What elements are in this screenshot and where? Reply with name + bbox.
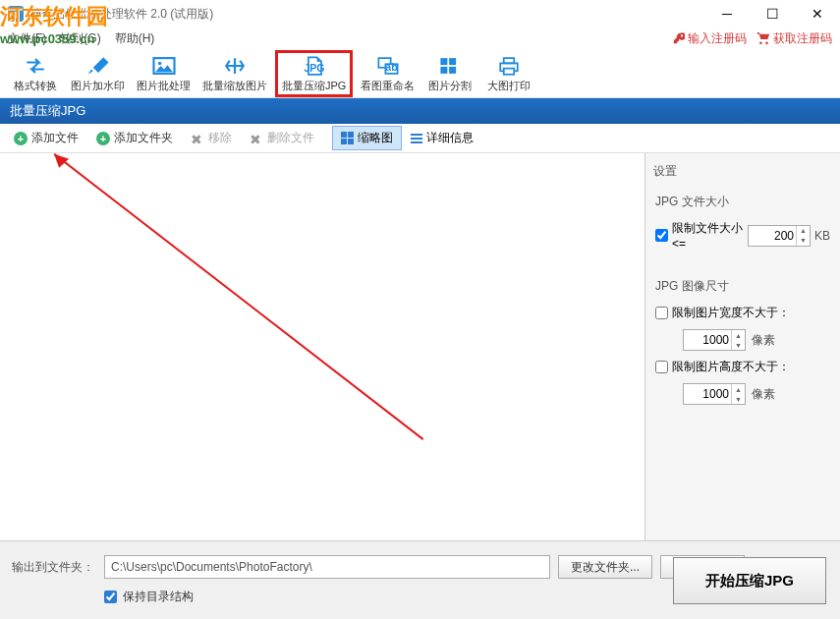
app-icon: ◆ xyxy=(8,6,24,22)
limit-height-label: 限制图片高度不大于： xyxy=(672,359,790,375)
change-folder-button[interactable]: 更改文件夹... xyxy=(558,555,652,579)
list-icon xyxy=(411,134,422,143)
svg-rect-9 xyxy=(450,66,457,73)
thumbnail-view-button[interactable]: 缩略图 xyxy=(332,126,402,150)
settings-title: 设置 xyxy=(653,163,832,180)
remove-button: ✖ 移除 xyxy=(183,127,240,149)
spinner[interactable]: ▲▼ xyxy=(796,226,810,246)
jpg-file-icon: JPG xyxy=(301,54,328,78)
bottom-bar: 输出到文件夹： 更改文件夹... 打开文件夹 保持目录结构 开始压缩JPG xyxy=(0,540,840,619)
spinner[interactable]: ▲▼ xyxy=(731,384,745,404)
limit-filesize-checkbox[interactable] xyxy=(655,229,668,242)
tool-format-convert[interactable]: 格式转换 xyxy=(8,50,63,97)
cart-icon xyxy=(756,31,770,45)
window-title: 神奇图像批量处理软件 2.0 (试用版) xyxy=(29,6,213,23)
limit-filesize-label: 限制文件大小 <= xyxy=(672,220,744,251)
tool-split[interactable]: 图片分割 xyxy=(422,50,477,97)
get-reg-code-link[interactable]: 获取注册码 xyxy=(756,30,832,47)
limit-width-label: 限制图片宽度不大于： xyxy=(672,305,790,321)
svg-text:ab: ab xyxy=(385,61,397,73)
key-icon xyxy=(673,32,685,44)
image-icon xyxy=(150,54,178,78)
detail-view-button[interactable]: 详细信息 xyxy=(402,126,482,150)
output-path-input[interactable] xyxy=(104,555,550,579)
tool-big-print[interactable]: 大图打印 xyxy=(481,50,536,97)
add-file-button[interactable]: + 添加文件 xyxy=(6,127,86,149)
titlebar: ◆ 神奇图像批量处理软件 2.0 (试用版) ─ ☐ ✕ xyxy=(0,0,840,28)
svg-rect-8 xyxy=(441,66,448,73)
svg-rect-6 xyxy=(441,58,448,65)
keep-structure-row[interactable]: 保持目录结构 xyxy=(104,589,745,605)
x-icon: ✖ xyxy=(191,132,204,145)
close-button[interactable]: ✕ xyxy=(795,0,840,28)
settings-pane: 设置 JPG 文件大小 限制文件大小 <= ▲▼ KB JPG 图像尺寸 限制图… xyxy=(645,153,840,548)
svg-point-1 xyxy=(157,61,161,65)
brush-icon xyxy=(84,54,112,78)
svg-rect-7 xyxy=(450,58,457,65)
minimize-button[interactable]: ─ xyxy=(704,0,750,28)
grid-split-icon xyxy=(436,54,464,78)
annotation-arrow xyxy=(0,153,644,548)
svg-line-13 xyxy=(54,154,423,439)
svg-marker-14 xyxy=(54,154,69,168)
start-compress-button[interactable]: 开始压缩JPG xyxy=(673,557,826,604)
printer-icon xyxy=(495,54,523,78)
group-label-dimension: JPG 图像尺寸 xyxy=(655,278,830,295)
maximize-button[interactable]: ☐ xyxy=(750,0,795,28)
tool-batch-process[interactable]: 图片批处理 xyxy=(133,50,195,97)
enter-reg-code-link[interactable]: 输入注册码 xyxy=(673,30,747,47)
action-bar: + 添加文件 + 添加文件夹 ✖ 移除 ✖ 删除文件 缩略图 详细信息 xyxy=(0,124,840,153)
delete-file-button: ✖ 删除文件 xyxy=(242,127,322,149)
limit-height-checkbox[interactable] xyxy=(655,361,668,373)
section-header: 批量压缩JPG xyxy=(0,98,840,124)
group-label-filesize: JPG 文件大小 xyxy=(655,194,830,210)
svg-text:JPG: JPG xyxy=(304,62,324,74)
menu-help[interactable]: 帮助(H) xyxy=(115,30,155,47)
spinner[interactable]: ▲▼ xyxy=(731,330,745,350)
plus-icon: + xyxy=(14,132,28,145)
jpg-dimension-group: JPG 图像尺寸 限制图片宽度不大于： ▲▼ 像素 限制图片高度不大于： ▲▼ xyxy=(653,272,832,424)
x-icon: ✖ xyxy=(250,132,263,145)
tool-watermark[interactable]: 图片加水印 xyxy=(67,50,129,97)
tool-batch-jpg[interactable]: JPG 批量压缩JPG xyxy=(275,50,353,97)
menubar: 文件(F) 转到(G) 帮助(H) 输入注册码 获取注册码 xyxy=(0,28,840,49)
tool-batch-resize[interactable]: 批量缩放图片 xyxy=(198,50,271,97)
rename-icon: ab xyxy=(374,54,402,78)
resize-icon xyxy=(221,54,249,78)
output-folder-label: 输出到文件夹： xyxy=(12,555,94,576)
keep-structure-checkbox[interactable] xyxy=(104,591,117,603)
limit-width-checkbox[interactable] xyxy=(655,307,668,319)
convert-icon xyxy=(22,54,49,78)
add-folder-button[interactable]: + 添加文件夹 xyxy=(88,127,181,149)
svg-rect-12 xyxy=(504,68,515,74)
thumbnail-icon xyxy=(341,132,354,144)
plus-icon: + xyxy=(96,132,110,145)
kb-unit: KB xyxy=(814,229,830,243)
px-unit: 像素 xyxy=(752,386,775,403)
svg-rect-11 xyxy=(504,58,515,63)
main-toolbar: 格式转换 图片加水印 图片批处理 批量缩放图片 JPG 批量压缩JPG ab 看… xyxy=(0,49,840,98)
file-list-pane[interactable] xyxy=(0,153,645,548)
jpg-size-group: JPG 文件大小 限制文件大小 <= ▲▼ KB xyxy=(653,188,832,272)
menu-file[interactable]: 文件(F) xyxy=(8,30,46,47)
menu-goto[interactable]: 转到(G) xyxy=(60,30,100,47)
px-unit: 像素 xyxy=(752,332,775,349)
main-area: 设置 JPG 文件大小 限制文件大小 <= ▲▼ KB JPG 图像尺寸 限制图… xyxy=(0,153,840,548)
tool-rename[interactable]: ab 看图重命名 xyxy=(357,50,419,97)
